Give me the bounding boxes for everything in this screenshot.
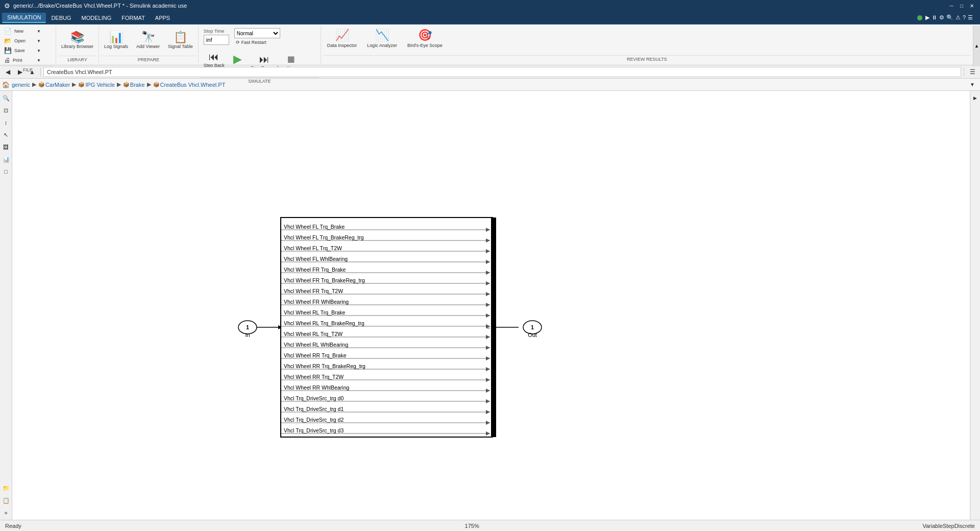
address-createbus-icon: 📦 <box>153 82 159 87</box>
open-dropdown-icon[interactable]: ▼ <box>37 39 41 43</box>
ribbon-collapse-button[interactable]: ▲ <box>973 26 980 66</box>
top-right-btn1[interactable]: ▶ <box>925 14 929 21</box>
right-panel: ▶ <box>970 91 980 520</box>
ribbon-file-section: 📄 New ▼ 📂 Open ▼ 💾 Save ▼ 🖨 Print <box>0 26 56 64</box>
sidebar-bottom1[interactable]: 📁 <box>1 483 11 493</box>
status-zoom: 175% <box>465 523 479 529</box>
address-createbus[interactable]: 📦 CreateBus Vhcl.Wheel.PT <box>153 82 226 88</box>
input-port-num: 1 <box>246 324 249 330</box>
save-icon: 💾 <box>4 47 12 54</box>
address-bar: 🏠 generic ▶ 📦 CarMaker ▶ 📦 IPG Vehicle ▶… <box>0 79 980 91</box>
signal-text-9: Vhcl Wheel RL Trq_Brake <box>284 309 346 316</box>
print-dropdown-icon[interactable]: ▼ <box>37 58 41 63</box>
address-brake-icon: 📦 <box>123 82 129 87</box>
address-bar-dropdown[interactable]: ▼ <box>967 79 978 90</box>
sidebar-expand[interactable]: » <box>1 508 11 518</box>
top-right-btn4[interactable]: 🔍 <box>946 14 953 21</box>
new-dropdown-icon[interactable]: ▼ <box>37 29 41 34</box>
top-right-btn5[interactable]: ⚠ <box>955 14 961 21</box>
window-title: generic/.../Brake/CreateBus Vhcl.Wheel.P… <box>13 3 187 9</box>
address-generic[interactable]: generic <box>12 82 30 88</box>
address-sep2: ▶ <box>72 81 76 88</box>
fast-restart-icon: ⟳ <box>236 40 240 45</box>
right-panel-collapse[interactable]: ▶ <box>970 93 981 103</box>
signal-text-3: Vhcl Wheel FL Trq_T2W <box>284 245 342 251</box>
canvas-area[interactable]: = <box>12 91 970 520</box>
step-back-icon: ⏮ <box>209 52 219 62</box>
log-signals-button[interactable]: 📊 Log Signals <box>101 27 131 55</box>
address-ipg-vehicle[interactable]: 📦 IPG Vehicle <box>78 82 114 88</box>
top-right-btn7[interactable]: ☰ <box>968 14 973 21</box>
signal-text-15: Vhcl Wheel RR Trq_T2W <box>284 374 344 380</box>
menu-modeling[interactable]: MODELING <box>77 13 117 22</box>
save-button[interactable]: 💾 Save ▼ <box>2 46 43 55</box>
signal-text-14: Vhcl Wheel RR Trq_BrakeReg_trg <box>284 363 365 369</box>
logic-analyzer-button[interactable]: 📉 Logic Analyzer <box>363 27 401 51</box>
prepare-label: PREPARE <box>101 56 196 63</box>
menu-debug[interactable]: DEBUG <box>46 13 76 22</box>
toolbar-sep1 <box>40 67 41 77</box>
run-icon: ▶ <box>233 53 242 66</box>
stop-time-input[interactable] <box>204 35 229 45</box>
up-button[interactable]: ▲ <box>27 66 38 78</box>
sidebar-image[interactable]: 🖼 <box>1 142 11 152</box>
sidebar-rect[interactable]: □ <box>1 166 11 177</box>
app-icon: ⚙ <box>4 2 10 10</box>
open-button[interactable]: 📂 Open ▼ <box>2 36 43 45</box>
title-bar-left: ⚙ generic/.../Brake/CreateBus Vhcl.Wheel… <box>4 2 187 10</box>
print-button[interactable]: 🖨 Print ▼ <box>2 56 43 65</box>
toolbar-icon-right[interactable]: ☰ <box>967 66 978 78</box>
new-button[interactable]: 📄 New ▼ <box>2 27 43 36</box>
menu-simulation[interactable]: SIMULATION <box>2 13 46 23</box>
birds-eye-scope-button[interactable]: 🎯 Bird's-Eye Scope <box>403 27 447 51</box>
diagram: = <box>12 91 970 520</box>
library-icon: 📚 <box>70 32 84 43</box>
menu-format[interactable]: FORMAT <box>116 13 150 22</box>
close-button[interactable]: ✕ <box>968 2 976 10</box>
ribbon-library-section: 📚 Library Browser LIBRARY <box>56 26 99 64</box>
signal-text-17: Vhcl Trq_DriveSrc_trg d0 <box>284 395 344 401</box>
menu-apps[interactable]: APPS <box>150 13 175 22</box>
minimize-button[interactable]: ─ <box>947 2 955 10</box>
sidebar-select[interactable]: ↖ <box>1 130 11 140</box>
address-carmaker[interactable]: 📦 CarMaker <box>38 82 70 88</box>
address-ipg-icon: 📦 <box>78 82 84 87</box>
main-area: 🔍 ⊡ ↕ ↖ 🖼 📊 □ 📁 📋 » = <box>0 91 980 520</box>
sidebar-graph[interactable]: 📊 <box>1 154 11 164</box>
maximize-button[interactable]: □ <box>958 2 966 10</box>
top-right-btn2[interactable]: ⏸ <box>932 14 937 21</box>
sidebar-fit[interactable]: ⊡ <box>1 105 11 115</box>
sidebar-bottom2[interactable]: 📋 <box>1 495 11 505</box>
log-signals-icon: 📊 <box>109 32 123 43</box>
mode-area: Normal ⟳ Fast Restart <box>234 28 280 45</box>
data-inspector-icon: 📈 <box>335 29 349 42</box>
top-right-btn6[interactable]: ? <box>963 14 966 21</box>
top-right-btn3[interactable]: ⚙ <box>939 14 944 21</box>
signal-text-7: Vhcl Wheel FR Trq_T2W <box>284 288 343 294</box>
library-browser-button[interactable]: 📚 Library Browser <box>58 27 96 55</box>
print-icon: 🖨 <box>4 57 10 63</box>
menu-bar: SIMULATION DEBUG MODELING FORMAT APPS ▶ … <box>0 11 980 25</box>
add-viewer-icon: 🔭 <box>141 32 155 43</box>
sidebar-arrow[interactable]: ↕ <box>1 117 11 128</box>
signal-table-button[interactable]: 📋 Signal Table <box>165 27 196 55</box>
data-inspector-button[interactable]: 📈 Data Inspector <box>323 27 361 51</box>
signal-text-20: Vhcl Trq_DriveSrc_trg d3 <box>284 427 344 433</box>
back-button[interactable]: ◀ <box>2 66 13 78</box>
address-car-icon: 📦 <box>38 82 44 87</box>
sidebar-zoom-in[interactable]: 🔍 <box>1 93 11 103</box>
status-ready: Ready <box>5 523 21 529</box>
address-sep4: ▶ <box>147 81 151 88</box>
add-viewer-button[interactable]: 🔭 Add Viewer <box>133 27 163 55</box>
toolbar-sep2 <box>964 67 964 77</box>
breadcrumb-input[interactable]: CreateBus Vhcl.Wheel.PT <box>43 67 961 77</box>
address-sep1: ▶ <box>32 81 36 88</box>
signal-table-icon: 📋 <box>174 32 187 43</box>
fast-restart-button[interactable]: ⟳ Fast Restart <box>234 39 280 45</box>
address-brake[interactable]: 📦 Brake <box>123 82 145 88</box>
forward-button[interactable]: ▶ <box>14 66 26 78</box>
ribbon-review-section: 📈 Data Inspector 📉 Logic Analyzer 🎯 Bird… <box>321 26 973 64</box>
file-btns: 📄 New ▼ 📂 Open ▼ 💾 Save ▼ 🖨 Print <box>2 27 43 65</box>
save-dropdown-icon[interactable]: ▼ <box>37 49 41 53</box>
simulation-mode-select[interactable]: Normal <box>234 28 280 38</box>
